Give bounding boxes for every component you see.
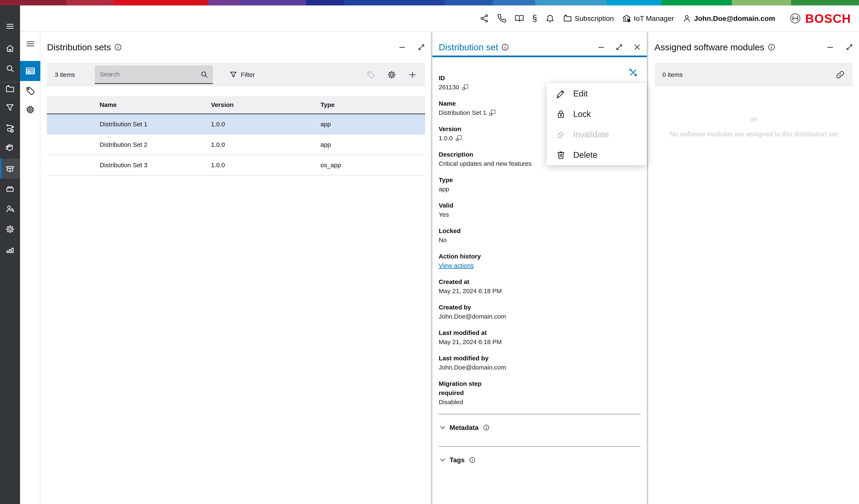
- table-settings-button[interactable]: [387, 70, 396, 79]
- minimize-button[interactable]: [597, 43, 605, 51]
- column-type[interactable]: Type: [320, 101, 425, 108]
- expand-button[interactable]: [417, 43, 425, 51]
- field-created-by: Created by John.Doe@domain.com: [439, 303, 641, 321]
- sidebar-menu-toggle[interactable]: [0, 16, 20, 36]
- share-button[interactable]: [480, 14, 489, 23]
- field-value: Yes: [439, 210, 449, 219]
- cell-version: 1.0.0: [211, 162, 320, 169]
- tags-section-toggle[interactable]: Tags: [439, 456, 641, 464]
- field-action-history: Action history View actions: [439, 252, 641, 270]
- subrail-item-system-sw[interactable]: [20, 100, 40, 120]
- sidebar-item-things[interactable]: [0, 79, 20, 99]
- expand-icon: [417, 43, 425, 51]
- cell-name: Distribution Set 2: [100, 141, 211, 148]
- menu-item-edit[interactable]: Edit: [547, 83, 647, 104]
- expand-button[interactable]: [615, 43, 623, 51]
- phone-icon: [497, 14, 507, 23]
- bank-icon: [622, 14, 631, 23]
- link-modules-button[interactable]: [835, 70, 845, 79]
- shipping-box-icon: [5, 143, 15, 153]
- sidebar-item-settings[interactable]: [0, 219, 20, 239]
- subrail-menu-toggle[interactable]: [20, 34, 40, 54]
- column-name[interactable]: Name: [100, 101, 211, 108]
- filter-button[interactable]: Filter: [229, 71, 255, 79]
- table-row[interactable]: Distribution Set 3 1.0.0 os_app: [47, 155, 425, 175]
- copy-button[interactable]: [489, 109, 496, 116]
- subscription-label: Subscription: [575, 14, 614, 22]
- field-value: 261130: [439, 83, 459, 92]
- minimize-button[interactable]: [826, 43, 834, 51]
- tags-section: Tags: [439, 446, 641, 464]
- sidebar-item-home[interactable]: [0, 38, 20, 58]
- minimize-button[interactable]: [398, 43, 406, 51]
- hamburger-icon: [5, 21, 15, 31]
- add-distribution-set-button[interactable]: [408, 70, 417, 79]
- copy-button[interactable]: [455, 135, 462, 142]
- subrail-item-distribution-sets-table[interactable]: [20, 61, 40, 81]
- sidebar-item-analytics[interactable]: [0, 240, 20, 260]
- distribution-sets-panel: Distribution sets 3 items Filter: [41, 32, 431, 504]
- sidebar-item-distribution-sets[interactable]: [0, 158, 20, 179]
- iot-manager-menu[interactable]: IoT Manager: [622, 14, 674, 23]
- copy-button[interactable]: [462, 84, 469, 91]
- menu-item-label: Delete: [573, 150, 598, 160]
- section-sign-icon: §: [532, 13, 537, 23]
- menu-item-label: Invalidate: [573, 130, 609, 139]
- menu-item-label: Lock: [573, 109, 591, 119]
- info-icon[interactable]: [501, 43, 509, 51]
- tag-icon: [366, 70, 375, 79]
- lock-icon: [556, 109, 566, 119]
- search-icon: [200, 70, 208, 78]
- cell-type: os_app: [320, 162, 425, 169]
- info-icon[interactable]: [469, 456, 476, 463]
- field-label: Action history: [439, 252, 501, 261]
- column-version[interactable]: Version: [211, 101, 320, 108]
- menu-item-delete[interactable]: Delete: [547, 145, 647, 165]
- notifications-button[interactable]: [545, 14, 555, 23]
- sidebar-item-filters[interactable]: [0, 98, 20, 118]
- subscription-menu[interactable]: Subscription: [563, 14, 614, 23]
- info-icon[interactable]: [483, 424, 490, 431]
- expand-button[interactable]: [845, 43, 854, 51]
- field-value: Disabled: [439, 398, 463, 407]
- field-valid: Valid Yes: [439, 201, 641, 219]
- search-field[interactable]: [95, 65, 213, 84]
- copy-icon: [462, 84, 469, 91]
- user-account-menu[interactable]: John.Doe@domain.com: [682, 14, 775, 23]
- info-icon[interactable]: [767, 43, 775, 51]
- sidebar-item-software-modules[interactable]: [0, 179, 20, 199]
- menu-item-lock[interactable]: Lock: [547, 104, 647, 124]
- panel-divider: [431, 32, 433, 504]
- route-icon: [5, 123, 15, 133]
- device-folder-icon: [5, 84, 15, 94]
- funnel-icon: [5, 103, 15, 112]
- close-button[interactable]: [633, 43, 641, 51]
- sidebar-item-rollouts[interactable]: [0, 138, 20, 158]
- sidebar-item-access-control[interactable]: [0, 199, 20, 219]
- subrail-item-tags[interactable]: [20, 81, 40, 101]
- field-value: John.Doe@domain.com: [439, 312, 506, 321]
- empty-state: No software modules are assigned to this…: [648, 115, 859, 138]
- table-row[interactable]: Distribution Set 1 1.0.0 app: [47, 114, 425, 135]
- info-icon[interactable]: [114, 43, 122, 51]
- table-row[interactable]: Distribution Set 2 1.0.0 app: [47, 135, 425, 155]
- documentation-button[interactable]: [515, 14, 524, 23]
- menu-item-invalidate: Invalidate: [547, 124, 647, 145]
- legal-section-button[interactable]: §: [532, 14, 537, 23]
- field-label: Locked: [439, 226, 501, 235]
- metadata-section-toggle[interactable]: Metadata: [439, 424, 641, 431]
- field-value: John.Doe@domain.com: [439, 363, 506, 372]
- pencil-icon: [556, 89, 566, 98]
- field-locked: Locked No: [439, 226, 641, 245]
- table-icon: [25, 65, 36, 76]
- field-type: Type app: [439, 175, 641, 194]
- assigned-modules-toolbar: 0 items: [654, 63, 853, 87]
- sidebar-item-rules[interactable]: [0, 118, 20, 138]
- view-actions-link[interactable]: View actions: [439, 261, 474, 270]
- support-phone-button[interactable]: [497, 14, 507, 23]
- link-icon: [835, 70, 845, 79]
- chevron-down-icon: [439, 456, 447, 464]
- search-input[interactable]: [100, 71, 197, 78]
- sidebar-item-search[interactable]: [0, 59, 20, 78]
- field-label: Created by: [439, 303, 501, 312]
